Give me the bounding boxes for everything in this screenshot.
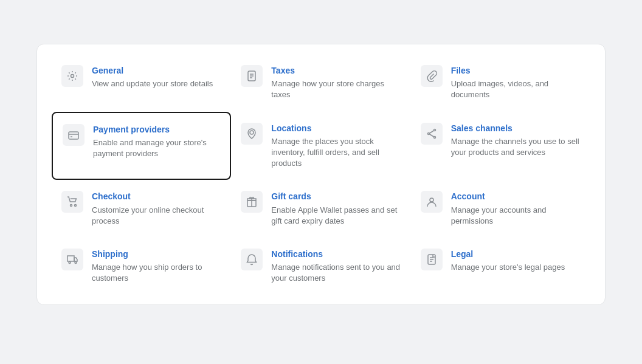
item-text: Sales channels Manage the channels you u…	[451, 123, 581, 159]
item-title: Checkout	[92, 191, 221, 202]
person-icon	[421, 191, 443, 213]
item-title: General	[92, 65, 213, 76]
paperclip-icon	[421, 65, 443, 87]
item-desc: Enable and manage your store's payment p…	[93, 137, 220, 159]
svg-point-0	[71, 75, 74, 78]
item-title: Files	[451, 65, 581, 76]
settings-item-sales-channels[interactable]: Sales channels Manage the channels you u…	[411, 112, 590, 180]
gear-icon	[61, 65, 83, 87]
svg-point-12	[75, 261, 77, 263]
item-text: Taxes Manage how your store charges taxe…	[271, 65, 401, 101]
settings-item-legal[interactable]: Legal Manage your store's legal pages	[411, 238, 590, 295]
truck-icon	[61, 249, 83, 270]
item-desc: Manage your accounts and permissions	[451, 205, 581, 227]
item-title: Account	[451, 191, 581, 202]
settings-item-general[interactable]: General View and update your store detai…	[52, 54, 231, 112]
item-title: Sales channels	[451, 123, 581, 134]
item-text: Files Upload images, videos, and documen…	[451, 65, 581, 101]
item-text: General View and update your store detai…	[92, 65, 213, 89]
item-text: Shipping Manage how you ship orders to c…	[92, 249, 221, 284]
receipt-icon	[241, 65, 263, 87]
settings-item-taxes[interactable]: Taxes Manage how your store charges taxe…	[231, 54, 410, 112]
location-icon	[241, 123, 263, 145]
item-title: Legal	[451, 249, 565, 259]
svg-point-6	[433, 136, 435, 138]
item-text: Locations Manage the places you stock in…	[271, 123, 401, 170]
item-desc: Manage how you ship orders to customers	[92, 262, 221, 284]
item-text: Payment providers Enable and manage your…	[93, 124, 220, 160]
item-title: Gift cards	[271, 191, 401, 202]
item-text: Checkout Customize your online checkout …	[92, 191, 221, 227]
item-title: Shipping	[92, 249, 221, 259]
settings-item-gift-cards[interactable]: Gift cards Enable Apple Wallet passes an…	[231, 180, 410, 238]
settings-item-shipping[interactable]: Shipping Manage how you ship orders to c…	[52, 238, 231, 295]
settings-item-account[interactable]: Account Manage your accounts and permiss…	[411, 180, 590, 238]
settings-item-checkout[interactable]: Checkout Customize your online checkout …	[52, 180, 231, 238]
settings-item-locations[interactable]: Locations Manage the places you stock in…	[231, 112, 410, 180]
item-desc: Upload images, videos, and documents	[451, 78, 581, 100]
item-text: Notifications Manage notifications sent …	[271, 249, 401, 284]
settings-item-payment-providers[interactable]: Payment providers Enable and manage your…	[52, 112, 231, 180]
item-title: Payment providers	[93, 124, 220, 135]
share-icon	[421, 123, 443, 145]
item-text: Legal Manage your store's legal pages	[451, 249, 565, 273]
payment-icon	[63, 124, 85, 146]
item-title: Locations	[271, 123, 401, 134]
svg-rect-2	[69, 132, 78, 139]
document-icon	[421, 249, 443, 270]
item-title: Taxes	[271, 65, 401, 76]
page: General View and update your store detai…	[0, 0, 642, 329]
item-text: Gift cards Enable Apple Wallet passes an…	[271, 191, 401, 227]
item-desc: Manage the channels you use to sell your…	[451, 136, 581, 158]
svg-point-4	[427, 132, 429, 134]
settings-item-files[interactable]: Files Upload images, videos, and documen…	[411, 54, 590, 112]
item-desc: Manage your store's legal pages	[451, 262, 565, 273]
item-desc: Manage notifications sent to you and you…	[271, 262, 401, 284]
item-desc: Manage how your store charges taxes	[271, 78, 401, 100]
svg-point-11	[69, 261, 71, 263]
svg-point-10	[430, 198, 433, 202]
item-title: Notifications	[271, 249, 401, 259]
svg-point-5	[433, 129, 435, 131]
svg-point-8	[75, 205, 77, 207]
svg-point-7	[71, 205, 72, 207]
item-desc: View and update your store details	[92, 78, 213, 89]
svg-point-3	[250, 131, 254, 134]
bell-icon	[241, 249, 263, 270]
item-text: Account Manage your accounts and permiss…	[451, 191, 581, 227]
gift-icon	[241, 191, 263, 213]
cart-icon	[61, 191, 83, 213]
item-desc: Customize your online checkout process	[92, 205, 221, 227]
item-desc: Manage the places you stock inventory, f…	[271, 136, 401, 170]
settings-grid: General View and update your store detai…	[36, 44, 606, 305]
settings-item-notifications[interactable]: Notifications Manage notifications sent …	[231, 238, 410, 295]
item-desc: Enable Apple Wallet passes and set gift …	[271, 205, 401, 227]
